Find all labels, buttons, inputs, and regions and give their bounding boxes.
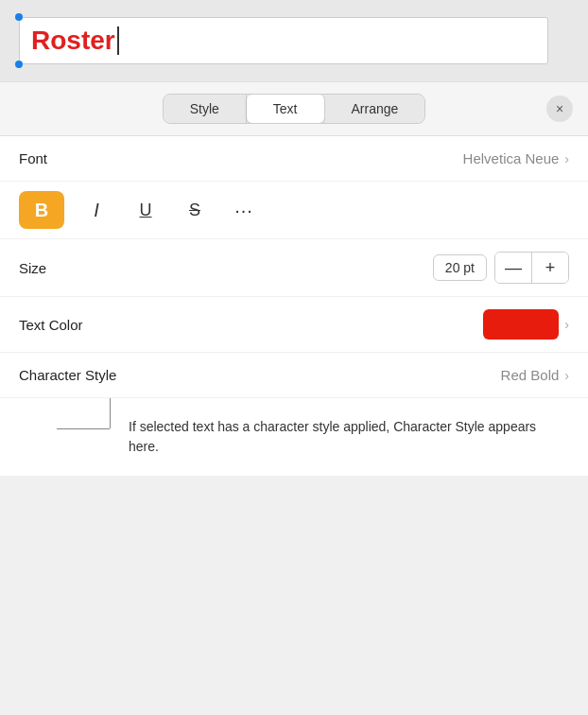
strikethrough-button[interactable]: S bbox=[178, 193, 212, 227]
bold-button[interactable]: B bbox=[19, 191, 64, 229]
text-box[interactable]: Roster bbox=[19, 17, 548, 64]
handle-bottom-left[interactable] bbox=[15, 61, 23, 68]
tab-group: Style Text Arrange bbox=[163, 94, 426, 124]
italic-button[interactable]: I bbox=[79, 193, 113, 227]
character-style-chevron-icon: › bbox=[564, 368, 569, 383]
text-color-label: Text Color bbox=[19, 317, 83, 333]
text-color-row[interactable]: Text Color › bbox=[0, 297, 588, 353]
character-style-value-group: Red Bold › bbox=[501, 367, 569, 383]
more-button[interactable]: ··· bbox=[227, 193, 261, 227]
size-stepper: — + bbox=[494, 252, 569, 284]
font-value: Helvetica Neue bbox=[463, 150, 560, 166]
character-style-row[interactable]: Character Style Red Bold › bbox=[0, 353, 588, 398]
canvas-area: Roster bbox=[0, 0, 588, 81]
text-color-chevron-icon: › bbox=[564, 317, 569, 332]
format-buttons-row: B I U S ··· bbox=[0, 182, 588, 239]
font-chevron-icon: › bbox=[564, 151, 569, 166]
format-panel: Style Text Arrange × Font Helvetica Neue… bbox=[0, 81, 588, 398]
font-label: Font bbox=[19, 150, 47, 166]
size-value: 20 pt bbox=[433, 254, 487, 281]
tab-style[interactable]: Style bbox=[164, 95, 247, 123]
size-increase-button[interactable]: + bbox=[532, 253, 568, 283]
plus-icon: + bbox=[545, 258, 556, 278]
close-icon: × bbox=[556, 101, 563, 116]
font-row[interactable]: Font Helvetica Neue › bbox=[0, 136, 588, 182]
minus-icon: — bbox=[505, 258, 522, 278]
size-decrease-button[interactable]: — bbox=[495, 253, 531, 283]
panel-content: Font Helvetica Neue › B I U S ··· bbox=[0, 136, 588, 398]
font-value-group: Helvetica Neue › bbox=[463, 150, 569, 166]
italic-icon: I bbox=[94, 200, 99, 221]
tab-arrange[interactable]: Arrange bbox=[325, 95, 425, 123]
annotation-line-vertical bbox=[110, 398, 111, 428]
bold-icon: B bbox=[35, 200, 48, 221]
strikethrough-icon: S bbox=[189, 201, 200, 220]
underline-button[interactable]: U bbox=[129, 193, 163, 227]
tab-bar: Style Text Arrange × bbox=[0, 82, 588, 136]
text-color-value-group: › bbox=[483, 309, 569, 340]
text-box-container: Roster bbox=[19, 17, 548, 64]
character-style-value: Red Bold bbox=[501, 367, 560, 383]
more-icon: ··· bbox=[234, 200, 253, 221]
annotation-area: If selected text has a character style a… bbox=[0, 398, 588, 476]
annotation-text: If selected text has a character style a… bbox=[129, 417, 569, 457]
size-label: Size bbox=[19, 260, 46, 276]
size-control: 20 pt — + bbox=[433, 252, 569, 284]
close-button[interactable]: × bbox=[546, 96, 573, 122]
text-color-swatch[interactable] bbox=[483, 309, 559, 340]
character-style-label: Character Style bbox=[19, 367, 116, 383]
tab-text[interactable]: Text bbox=[247, 95, 325, 123]
text-box-content: Roster bbox=[31, 26, 115, 56]
size-row: Size 20 pt — + bbox=[0, 239, 588, 297]
annotation-line-horizontal bbox=[57, 428, 110, 429]
handle-top-left[interactable] bbox=[15, 13, 23, 21]
underline-icon: U bbox=[140, 201, 152, 220]
text-cursor bbox=[117, 26, 119, 55]
